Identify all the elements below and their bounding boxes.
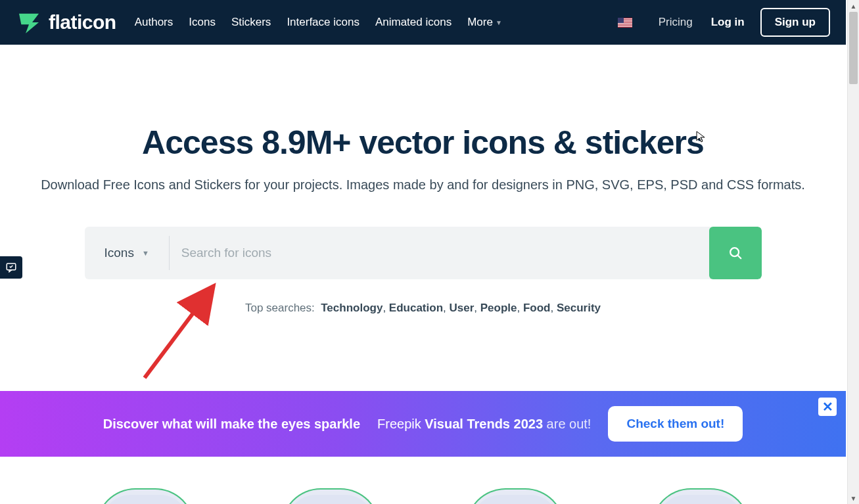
category-circle[interactable]: 💬🔖🏠	[281, 488, 380, 504]
search-type-dropdown[interactable]: Icons ▼	[85, 236, 170, 270]
language-selector[interactable]	[618, 18, 632, 28]
svg-rect-5	[618, 24, 632, 25]
top-search-people[interactable]: People	[480, 302, 517, 314]
top-search-user[interactable]: User	[449, 302, 474, 314]
pricing-link[interactable]: Pricing	[659, 16, 693, 29]
signup-button[interactable]: Sign up	[760, 8, 830, 37]
promo-cta-button[interactable]: Check them out!	[608, 406, 743, 442]
svg-line-9	[737, 255, 741, 258]
top-search-security[interactable]: Security	[557, 302, 601, 314]
scroll-thumb[interactable]	[849, 12, 858, 84]
nav-authors[interactable]: Authors	[135, 16, 174, 29]
category-row: ✦★✦ 💬🔖🏠 🛍📞🛍 🍩🎉🎈	[0, 457, 846, 504]
search-button[interactable]	[709, 227, 762, 279]
hero-section: Access 8.9M+ vector icons & stickers Dow…	[0, 45, 846, 341]
svg-rect-7	[618, 18, 624, 23]
category-circle[interactable]: 🛍📞🛍	[466, 488, 565, 504]
nav-stickers[interactable]: Stickers	[231, 16, 271, 29]
search-bar: Icons ▼	[85, 227, 762, 279]
site-header: flaticon Authors Icons Stickers Interfac…	[0, 0, 846, 45]
nav-icons[interactable]: Icons	[189, 16, 216, 29]
promo-banner: Discover what will make the eyes sparkle…	[0, 391, 846, 457]
scrollbar[interactable]: ▲ ▼	[847, 0, 859, 504]
svg-rect-4	[618, 23, 632, 24]
chevron-down-icon: ▼	[142, 249, 149, 257]
message-icon	[5, 262, 17, 273]
scroll-up-arrow[interactable]: ▲	[848, 0, 859, 12]
category-circle[interactable]: 🍩🎉🎈	[651, 488, 750, 504]
top-search-education[interactable]: Education	[389, 302, 443, 314]
category-circle[interactable]: ✦★✦	[96, 488, 195, 504]
promo-trends: Visual Trends 2023	[425, 417, 543, 431]
promo-freepik: Freepik	[377, 417, 421, 431]
hero-subtitle: Download Free Icons and Stickers for you…	[39, 175, 806, 195]
promo-text-1: Discover what will make the eyes sparkle	[103, 417, 360, 432]
search-input[interactable]	[170, 227, 709, 279]
logo[interactable]: flaticon	[16, 9, 116, 35]
search-icon	[728, 246, 743, 260]
logo-text: flaticon	[49, 11, 116, 34]
promo-out: are out!	[547, 417, 592, 431]
top-searches-label: Top searches:	[245, 302, 315, 314]
nav-interface-icons[interactable]: Interface icons	[287, 16, 360, 29]
us-flag-icon	[618, 18, 632, 28]
top-searches: Top searches: Technology, Education, Use…	[39, 302, 806, 315]
chevron-down-icon: ▼	[496, 19, 502, 26]
logo-icon	[16, 9, 42, 35]
hero-title: Access 8.9M+ vector icons & stickers	[39, 124, 806, 162]
nav-animated-icons[interactable]: Animated icons	[375, 16, 452, 29]
main-nav: Authors Icons Stickers Interface icons A…	[135, 16, 502, 29]
top-search-technology[interactable]: Technology	[321, 302, 383, 314]
top-search-food[interactable]: Food	[523, 302, 551, 314]
login-link[interactable]: Log in	[711, 16, 745, 29]
feedback-tab[interactable]	[0, 256, 22, 279]
scroll-down-arrow[interactable]: ▼	[848, 492, 859, 504]
promo-close-button[interactable]: ✕	[818, 398, 837, 416]
nav-more[interactable]: More▼	[467, 16, 502, 29]
svg-rect-6	[618, 26, 632, 26]
